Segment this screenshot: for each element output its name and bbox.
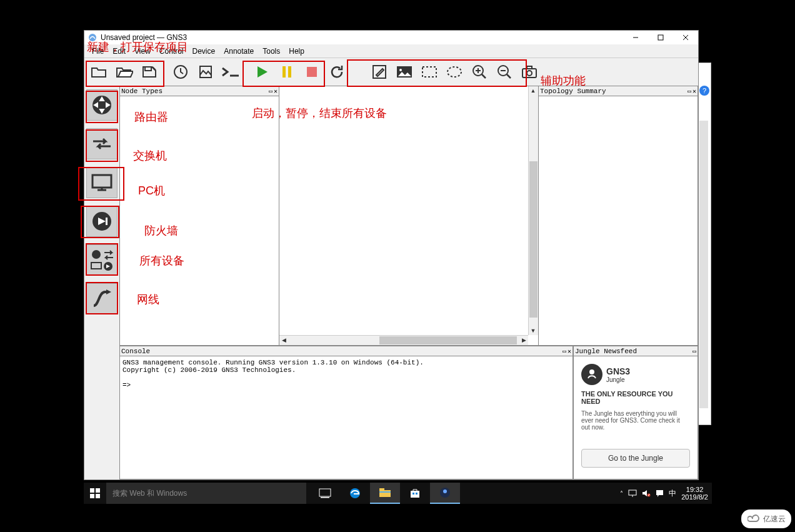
image-icon[interactable] (393, 61, 416, 83)
svg-rect-47 (412, 493, 414, 494)
tray-network-icon[interactable] (628, 489, 637, 497)
rect-select-icon[interactable] (418, 61, 441, 83)
ellipse-select-icon[interactable] (443, 61, 466, 83)
svg-rect-51 (629, 490, 636, 495)
svg-rect-44 (379, 488, 384, 491)
jungle-headline: THE ONLY RESOURCE YOU NEED (581, 390, 690, 405)
topology-body (539, 96, 698, 345)
zoom-in-icon[interactable] (468, 61, 491, 83)
device-switch-button[interactable] (86, 128, 118, 159)
start-button[interactable] (84, 483, 106, 504)
svg-point-32 (92, 250, 101, 259)
panel-close-icon[interactable]: ✕ (692, 88, 696, 95)
device-pc-button[interactable] (86, 167, 118, 198)
tray-chevron-icon[interactable]: ˄ (620, 490, 623, 497)
panel-float-icon[interactable]: ▭ (692, 348, 696, 355)
svg-rect-38 (90, 494, 94, 498)
panel-float-icon[interactable]: ▭ (562, 348, 566, 355)
edge-icon[interactable] (340, 483, 370, 504)
svg-rect-31 (106, 218, 108, 225)
annot-label-run-controls: 启动，暂停，结束所有设备 (252, 106, 387, 121)
close-button[interactable] (673, 31, 698, 44)
svg-line-21 (507, 74, 511, 78)
annot-label-fw: 防火墙 (144, 223, 178, 238)
recent-icon[interactable] (169, 61, 192, 83)
svg-rect-41 (321, 497, 329, 498)
jungle-go-button[interactable]: Go to the Jungle (581, 449, 690, 468)
tray-date: 2019/8/2 (681, 493, 708, 501)
svg-rect-55 (656, 490, 663, 495)
svg-rect-24 (527, 66, 532, 69)
svg-point-25 (527, 71, 532, 76)
vscroll-thumb[interactable] (529, 161, 538, 318)
store-icon[interactable] (400, 483, 430, 504)
tray-clock[interactable]: 19:32 2019/8/2 (681, 486, 708, 501)
device-firewall-button[interactable] (86, 206, 118, 237)
annot-label-switch: 交换机 (133, 148, 167, 163)
svg-rect-39 (96, 494, 100, 498)
device-all-button[interactable] (86, 244, 118, 276)
reload-icon[interactable] (326, 61, 348, 83)
tray-notifications-icon[interactable] (656, 489, 664, 497)
svg-point-15 (448, 67, 461, 77)
panel-float-icon[interactable]: ▭ (269, 88, 272, 95)
maximize-button[interactable] (648, 31, 673, 44)
panel-close-icon[interactable]: ✕ (274, 88, 278, 95)
canvas-hscrollbar[interactable]: ◀▶ (279, 335, 528, 345)
jungle-panel: Jungle Newsfeed▭ GNS3 Jungle THE ONLY RE… (573, 346, 698, 479)
annot-label-all: 所有设备 (139, 253, 184, 268)
tray-volume-icon[interactable] (642, 489, 651, 497)
console-title: Console (121, 348, 150, 355)
svg-line-17 (482, 74, 486, 78)
device-router-button[interactable] (86, 89, 118, 121)
svg-rect-48 (416, 493, 418, 494)
canvas-area[interactable] (279, 86, 528, 335)
jungle-logo-icon (581, 364, 602, 385)
jungle-logo: GNS3 Jungle (581, 364, 690, 385)
console-all-icon[interactable] (219, 61, 242, 83)
stop-icon[interactable] (301, 61, 323, 83)
watermark-text: 亿速云 (763, 514, 786, 524)
device-toolbar (84, 86, 119, 479)
hscroll-thumb[interactable] (379, 336, 517, 344)
svg-rect-45 (379, 491, 391, 493)
console-output[interactable]: GNS3 management console. Running GNS3 ve… (120, 356, 572, 479)
svg-rect-43 (379, 490, 391, 497)
pause-icon[interactable] (276, 61, 298, 83)
file-explorer-icon[interactable] (370, 483, 400, 504)
running-app-icon[interactable] (430, 483, 460, 504)
windows-taskbar: 搜索 Web 和 Windows ˄ 中 19:32 2019/8/2 (84, 483, 712, 504)
topology-canvas[interactable]: ▲▼ ◀▶ (279, 86, 538, 346)
canvas-vscrollbar[interactable]: ▲▼ (528, 86, 538, 335)
svg-rect-9 (288, 66, 291, 78)
taskbar-icons (310, 483, 460, 504)
panel-float-icon[interactable]: ▭ (688, 88, 691, 95)
svg-rect-36 (90, 488, 94, 493)
svg-point-13 (399, 69, 402, 71)
edit-icon[interactable] (368, 61, 391, 83)
snapshot-icon[interactable] (194, 61, 217, 83)
panel-close-icon[interactable]: ✕ (568, 348, 571, 355)
camera-icon[interactable] (518, 61, 541, 83)
open-folder-icon[interactable] (88, 61, 111, 83)
svg-rect-2 (658, 35, 663, 40)
device-link-button[interactable] (86, 283, 118, 314)
svg-rect-10 (307, 67, 317, 77)
menu-tools[interactable]: Tools (259, 46, 284, 57)
menu-device[interactable]: Device (189, 46, 219, 57)
task-view-icon[interactable] (310, 483, 340, 504)
taskbar-search[interactable]: 搜索 Web 和 Windows (106, 483, 306, 504)
svg-point-50 (443, 489, 447, 493)
help-icon[interactable]: ? (699, 86, 709, 96)
tray-ime[interactable]: 中 (669, 488, 676, 499)
zoom-out-icon[interactable] (493, 61, 516, 83)
minimize-button[interactable] (623, 31, 648, 44)
console-panel: Console▭✕ GNS3 management console. Runni… (119, 346, 573, 479)
menu-help[interactable]: Help (285, 46, 308, 57)
play-icon[interactable] (251, 61, 273, 83)
save-icon[interactable] (138, 61, 161, 83)
tray-time: 19:32 (681, 486, 708, 493)
annot-label-link: 网线 (137, 292, 159, 307)
open-folder2-icon[interactable] (113, 61, 136, 83)
menu-annotate[interactable]: Annotate (220, 46, 258, 57)
